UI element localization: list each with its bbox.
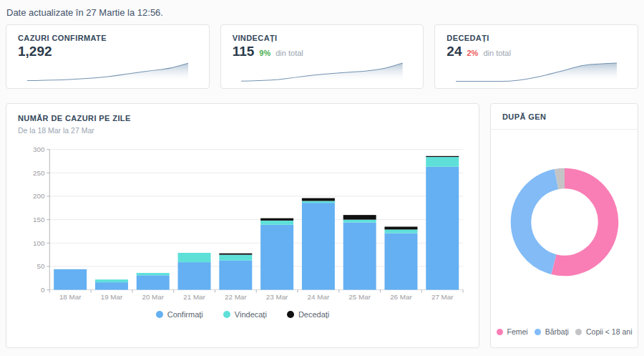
stat-card-recovered-value: 115 <box>233 44 255 59</box>
legend-item-children-label: Copii < 18 ani <box>586 327 633 336</box>
gender-card: DUPĂ GEN Femei Bărbați Copii < 18 ani <box>490 103 638 348</box>
legend-item-recovered[interactable]: Vindecați <box>223 310 267 319</box>
legend-item-male[interactable]: Bărbați <box>535 327 569 336</box>
gender-donut-wrap <box>507 164 623 280</box>
x-axis-label: 20 Mar <box>142 293 164 301</box>
donut-segment-0[interactable] <box>553 178 608 266</box>
x-axis-label: 24 Mar <box>308 293 330 301</box>
recovered-sparkline-chart <box>241 61 403 82</box>
bar-segment-s0[interactable] <box>426 167 459 290</box>
bar-segment-s1[interactable] <box>219 255 252 261</box>
deceased-sparkline-chart <box>456 61 618 82</box>
y-axis-label: 300 <box>33 145 45 153</box>
daily-legend: Confirmați Vindecați Decedați <box>18 310 467 319</box>
bar-segment-s1[interactable] <box>426 157 459 167</box>
stat-card-deceased-title: DECEDAȚI <box>447 34 626 42</box>
x-axis-label: 19 Mar <box>101 293 123 301</box>
y-axis-label: 100 <box>33 239 45 247</box>
y-axis-label: 250 <box>33 169 45 177</box>
bar-segment-s0[interactable] <box>178 262 211 289</box>
stat-card-deceased-pct: 2% <box>467 49 478 57</box>
x-axis-label: 27 Mar <box>431 293 454 301</box>
bar-segment-s1[interactable] <box>178 253 211 262</box>
stat-card-recovered-note: din total <box>275 49 303 57</box>
stat-card-confirmed: CAZURI CONFIRMATE 1,292 <box>6 24 210 89</box>
daily-cases-title: NUMĂR DE CAZURI PE ZILE <box>18 114 467 122</box>
bar-segment-s2[interactable] <box>426 156 459 157</box>
confirmed-legend-dot-icon <box>156 311 163 318</box>
bar-segment-s0[interactable] <box>137 275 170 289</box>
legend-item-confirmed[interactable]: Confirmați <box>156 310 203 319</box>
daily-bar-chart[interactable]: 05010015020025030018 Mar19 Mar20 Mar21 M… <box>18 144 469 307</box>
y-axis-label: 50 <box>36 262 44 270</box>
gender-donut-chart[interactable] <box>507 164 623 280</box>
stat-cards-row: CAZURI CONFIRMATE 1,292 VINDECAȚI 115 9%… <box>6 24 638 89</box>
x-axis-label: 22 Mar <box>225 293 247 301</box>
legend-item-deceased[interactable]: Decedați <box>287 310 329 319</box>
legend-item-confirmed-label: Confirmați <box>167 310 203 319</box>
x-axis-label: 21 Mar <box>183 293 205 301</box>
y-axis-label: 0 <box>41 286 45 294</box>
bar-segment-s2[interactable] <box>219 254 252 255</box>
x-axis-label: 25 Mar <box>348 293 371 301</box>
bar-segment-s1[interactable] <box>137 273 170 275</box>
stat-card-deceased-value: 24 <box>447 44 462 59</box>
y-axis-label: 150 <box>33 216 45 223</box>
stat-card-recovered-title: VINDECAȚI <box>233 34 412 42</box>
bar-segment-s1[interactable] <box>343 220 376 223</box>
bar-segment-s0[interactable] <box>302 203 335 289</box>
legend-item-female[interactable]: Femei <box>497 327 528 336</box>
bar-segment-s0[interactable] <box>260 225 293 290</box>
bar-segment-s0[interactable] <box>219 260 252 289</box>
bar-segment-s0[interactable] <box>384 234 417 290</box>
confirmed-sparkline-chart <box>27 61 189 82</box>
stat-card-confirmed-line: 1,292 <box>18 44 197 59</box>
stat-card-recovered-line: 115 9% din total <box>233 44 412 59</box>
daily-cases-card: NUMĂR DE CAZURI PE ZILE De la 18 Mar la … <box>6 103 479 348</box>
bar-segment-s0[interactable] <box>54 269 87 290</box>
y-axis-label: 200 <box>33 192 45 200</box>
gender-legend: Femei Bărbați Copii < 18 ani <box>491 327 638 347</box>
stat-card-recovered-pct: 9% <box>259 49 270 57</box>
daily-cases-subtitle: De la 18 Mar la 27 Mar <box>18 126 467 135</box>
bar-segment-s1[interactable] <box>95 279 128 282</box>
x-axis-label: 26 Mar <box>390 293 412 301</box>
children-legend-dot-icon <box>575 329 582 335</box>
x-axis-label: 23 Mar <box>266 293 288 301</box>
recovered-legend-dot-icon <box>223 311 230 318</box>
bar-segment-s0[interactable] <box>95 282 128 289</box>
x-axis-label: 18 Mar <box>59 293 82 301</box>
stat-card-confirmed-title: CAZURI CONFIRMATE <box>18 34 197 42</box>
bar-segment-s2[interactable] <box>343 215 376 219</box>
legend-item-recovered-label: Vindecați <box>235 310 267 319</box>
donut-segment-1[interactable] <box>521 179 557 264</box>
main-charts-row: NUMĂR DE CAZURI PE ZILE De la 18 Mar la … <box>6 103 638 348</box>
bar-segment-s2[interactable] <box>384 226 417 229</box>
bar-segment-s1[interactable] <box>302 201 335 203</box>
stat-card-deceased-line: 24 2% din total <box>447 44 626 59</box>
last-updated-text: Date actualizate în 27 Martie la 12:56. <box>6 6 638 24</box>
gender-card-title: DUPĂ GEN <box>491 104 638 130</box>
male-legend-dot-icon <box>535 329 541 335</box>
legend-item-children[interactable]: Copii < 18 ani <box>575 327 633 336</box>
bar-segment-s2[interactable] <box>260 218 293 221</box>
stat-card-deceased: DECEDAȚI 24 2% din total <box>434 24 638 89</box>
deceased-legend-dot-icon <box>287 311 294 318</box>
stat-card-deceased-note: din total <box>483 49 511 57</box>
legend-item-deceased-label: Decedați <box>298 310 329 319</box>
bar-segment-s1[interactable] <box>260 221 293 225</box>
bar-segment-s0[interactable] <box>343 223 376 290</box>
bar-segment-s1[interactable] <box>384 229 417 233</box>
female-legend-dot-icon <box>497 329 503 335</box>
legend-item-male-label: Bărbați <box>545 327 569 336</box>
legend-item-female-label: Femei <box>507 327 528 336</box>
bar-segment-s2[interactable] <box>302 198 335 201</box>
donut-segment-2[interactable] <box>556 178 564 179</box>
stat-card-recovered: VINDECAȚI 115 9% din total <box>220 24 424 89</box>
stat-card-confirmed-value: 1,292 <box>18 44 52 59</box>
covid-dashboard: Date actualizate în 27 Martie la 12:56. … <box>0 0 644 356</box>
